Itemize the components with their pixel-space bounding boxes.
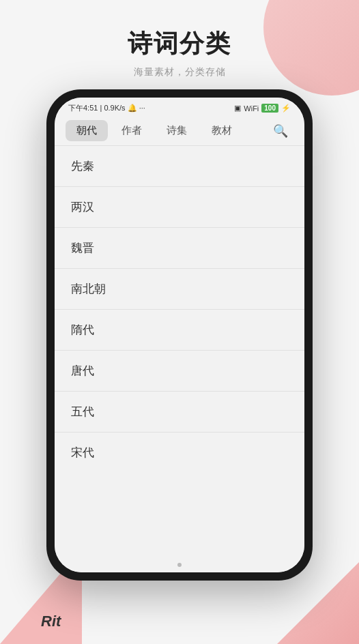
page-title: 诗词分类 bbox=[128, 27, 231, 61]
status-left: 下午4:51 | 0.9K/s 🔔 ··· bbox=[68, 103, 145, 113]
status-right: ▣ WiFi 100 ⚡ bbox=[234, 104, 291, 113]
status-bell-icon: 🔔 bbox=[128, 104, 137, 112]
search-button[interactable]: 🔍 bbox=[268, 121, 293, 141]
bg-circle bbox=[263, 0, 359, 96]
signal-icon: ▣ bbox=[234, 104, 241, 113]
tab-author[interactable]: 作者 bbox=[111, 120, 153, 141]
wifi-icon: WiFi bbox=[244, 104, 259, 113]
list-item-two-han[interactable]: 两汉 bbox=[55, 187, 304, 228]
status-network: | 0.9K/s bbox=[100, 104, 125, 112]
scroll-indicator bbox=[55, 557, 304, 572]
status-dots: ··· bbox=[139, 104, 145, 112]
tab-collection[interactable]: 诗集 bbox=[156, 120, 198, 141]
phone-frame: 下午4:51 | 0.9K/s 🔔 ··· ▣ WiFi 100 ⚡ 朝代 作者… bbox=[46, 89, 313, 581]
status-bar: 下午4:51 | 0.9K/s 🔔 ··· ▣ WiFi 100 ⚡ bbox=[55, 98, 304, 116]
list-item-tang[interactable]: 唐代 bbox=[55, 351, 304, 392]
dynasty-list[interactable]: 先秦 两汉 魏晋 南北朝 隋代 唐代 五代 宋代 bbox=[55, 146, 304, 557]
charging-icon: ⚡ bbox=[281, 104, 291, 113]
list-item-pre-qin[interactable]: 先秦 bbox=[55, 146, 304, 187]
list-item-south-north[interactable]: 南北朝 bbox=[55, 269, 304, 310]
header: 诗词分类 海量素材，分类存储 bbox=[128, 0, 231, 89]
bottom-watermark: Rit bbox=[41, 613, 61, 630]
list-item-five-dynasties[interactable]: 五代 bbox=[55, 392, 304, 433]
battery-icon: 100 bbox=[261, 104, 278, 113]
page-subtitle: 海量素材，分类存储 bbox=[128, 66, 231, 78]
tab-dynasty[interactable]: 朝代 bbox=[66, 120, 108, 141]
status-time: 下午4:51 bbox=[68, 104, 98, 112]
tab-textbook[interactable]: 教材 bbox=[201, 120, 243, 141]
list-item-sui[interactable]: 隋代 bbox=[55, 310, 304, 351]
list-item-song[interactable]: 宋代 bbox=[55, 433, 304, 473]
tab-bar: 朝代 作者 诗集 教材 🔍 bbox=[55, 116, 304, 146]
scroll-dot bbox=[177, 563, 182, 567]
list-item-wei-jin[interactable]: 魏晋 bbox=[55, 228, 304, 269]
phone-screen: 下午4:51 | 0.9K/s 🔔 ··· ▣ WiFi 100 ⚡ 朝代 作者… bbox=[55, 98, 304, 572]
